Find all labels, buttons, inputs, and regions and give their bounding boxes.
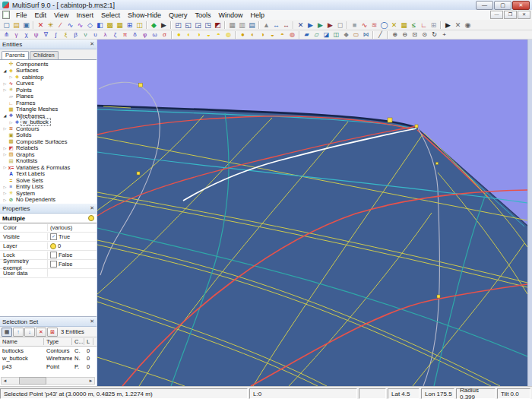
show-parents-bulb-button[interactable]: ◑ xyxy=(194,31,204,39)
tree-expander-icon[interactable]: ▷ xyxy=(8,74,14,79)
entity-tool-button-11[interactable]: λ xyxy=(100,31,110,39)
paste-button[interactable]: ▱ xyxy=(312,31,321,39)
insert-curve-button[interactable]: ∿ xyxy=(65,21,75,30)
maximize-button[interactable]: ▢ xyxy=(494,1,511,10)
tree-item-solids[interactable]: ▣Solids xyxy=(1,132,97,139)
minimize-button[interactable]: — xyxy=(476,1,493,10)
pointer-mode-button[interactable]: ▶ xyxy=(443,21,453,30)
insert-contours-button[interactable]: ▦ xyxy=(115,21,125,30)
entity-tool-button-7[interactable]: ξ xyxy=(61,31,71,39)
mdi-close-button[interactable]: ✕ xyxy=(518,11,530,19)
insert-magnet-button[interactable]: ◇ xyxy=(85,21,95,30)
checkbox-icon[interactable] xyxy=(50,252,57,258)
entity-tool-button-10[interactable]: υ xyxy=(90,31,100,39)
scroll-right-icon[interactable]: ► xyxy=(87,378,94,383)
pan-view-button[interactable]: + xyxy=(439,31,449,39)
tab-children[interactable]: Children xyxy=(30,51,59,59)
entity-tool-button-2[interactable]: γ xyxy=(11,31,21,39)
view-side-button[interactable]: ◳ xyxy=(203,21,213,30)
selection-list-view-button[interactable]: ▦ xyxy=(2,328,12,337)
tree-item-relabels[interactable]: ▷◩Relabels xyxy=(1,145,97,152)
property-value[interactable]: ✓True xyxy=(48,233,70,240)
show-parents-button[interactable]: ▶ xyxy=(306,21,315,30)
mdi-minimize-button[interactable]: — xyxy=(490,11,503,19)
column-header-name[interactable]: Name xyxy=(0,338,44,345)
tree-item-solve-sets[interactable]: =Solve Sets xyxy=(1,177,97,184)
property-value[interactable]: (various) xyxy=(48,224,72,231)
duplicate-button[interactable]: ◪ xyxy=(321,31,331,39)
insert-surface-button[interactable]: ◧ xyxy=(95,21,105,30)
select-pointer-button[interactable]: ▶ xyxy=(159,21,169,30)
entity-tool-button-6[interactable]: ʃ xyxy=(51,31,61,39)
entity-tool-button-13[interactable]: π xyxy=(120,31,130,39)
entities-panel-close-icon[interactable]: ✕ xyxy=(90,41,94,47)
tree-expander-icon[interactable]: ◢ xyxy=(2,68,8,73)
show-children-button[interactable]: ▶ xyxy=(315,21,325,30)
show-selected-bulb-button[interactable]: ◐ xyxy=(184,31,194,39)
tree-item-entity-lists[interactable]: ▷≡Entity Lists xyxy=(1,184,97,191)
flatten-button[interactable]: ▭ xyxy=(351,31,361,39)
tree-item-graphs[interactable]: ▷▧Graphs xyxy=(1,151,97,158)
yellow-point-marker[interactable] xyxy=(436,163,439,165)
tree-item-variables-formulas[interactable]: ▷x=Variables & Formulas xyxy=(1,164,97,171)
query-bubble-button[interactable]: ◻ xyxy=(335,21,345,30)
tree-item-no-dependents[interactable]: ▷⊘No Dependents xyxy=(1,197,97,204)
yellow-point-marker[interactable] xyxy=(437,295,440,298)
visibility-bulb-icon[interactable] xyxy=(88,215,94,221)
menu-item-file[interactable]: File xyxy=(12,11,31,20)
show-type-bulb-button[interactable]: ◍ xyxy=(223,31,233,39)
tree-item-w-buttock[interactable]: ▷❖w_buttock xyxy=(1,119,97,126)
insert-line-button[interactable]: ∕ xyxy=(55,21,65,30)
selection-row-w_buttock[interactable]: w_buttockWireframeN.0 xyxy=(0,355,97,363)
display-labels-button[interactable]: ▤ xyxy=(247,21,257,30)
tree-item-frames[interactable]: ∟Frames xyxy=(1,100,97,106)
view-top-button[interactable]: ◲ xyxy=(193,21,203,30)
show-relatives-button[interactable]: ▶ xyxy=(325,21,335,30)
hide-selected-button[interactable]: ✕ xyxy=(296,21,306,30)
entity-tool-button-15[interactable]: φ xyxy=(140,31,150,39)
menu-item-insert[interactable]: Insert xyxy=(72,11,97,20)
show-children-bulb-button[interactable]: ◒ xyxy=(204,31,214,39)
column-header-type[interactable]: Type xyxy=(44,338,72,345)
tree-item-triangle-meshes[interactable]: ▦Triangle Meshes xyxy=(1,106,97,113)
new-file-button[interactable]: ▢ xyxy=(2,21,11,30)
tree-expander-icon[interactable]: ▷ xyxy=(2,191,8,195)
yellow-point-marker[interactable] xyxy=(137,172,140,175)
entity-tool-button-16[interactable]: ω xyxy=(150,31,160,39)
selection-move-up-button[interactable]: ↑ xyxy=(13,328,24,337)
insert-point-button[interactable]: ✳ xyxy=(46,21,55,30)
tree-item-system[interactable]: ▷✳System xyxy=(1,190,97,197)
hide-parents-bulb-button[interactable]: ◑ xyxy=(258,31,268,39)
property-value[interactable]: 0 xyxy=(48,242,61,249)
tree-expander-icon[interactable]: ▷ xyxy=(2,152,8,157)
entity-tool-button-5[interactable]: ∇ xyxy=(41,31,51,39)
yellow-point-marker[interactable] xyxy=(388,118,392,122)
close-button[interactable]: ✕ xyxy=(512,1,530,10)
menu-item-select[interactable]: Select xyxy=(97,11,124,20)
selection-row-buttocks[interactable]: buttocksContoursC.0 xyxy=(0,347,97,355)
zoom-out-button[interactable]: ⊖ xyxy=(400,31,410,39)
properties-panel-close-icon[interactable]: ✕ xyxy=(90,205,94,211)
menu-item-help[interactable]: Help xyxy=(247,11,269,20)
tree-item-cabintop[interactable]: ▷◈cabintop xyxy=(1,74,97,81)
tree-expander-icon[interactable]: ▷ xyxy=(2,185,8,189)
render-solid-button[interactable]: ■ xyxy=(350,21,359,30)
selection-row-p43[interactable]: p43PointP.0 xyxy=(0,363,97,371)
tree-item-points[interactable]: ▷✳Points xyxy=(1,87,97,93)
check-model-button[interactable]: ✕ xyxy=(389,21,399,30)
pick-filter-button[interactable]: ✕ xyxy=(453,21,463,30)
display-grid-button[interactable]: ▦ xyxy=(227,21,237,30)
mesh-display-button[interactable]: ▦ xyxy=(399,21,409,30)
tree-expander-icon[interactable]: ▷ xyxy=(2,146,8,150)
rotate-view-button[interactable]: ↻ xyxy=(429,31,439,39)
zoom-all-button[interactable]: ⊙ xyxy=(420,31,429,39)
menu-item-edit[interactable]: Edit xyxy=(31,11,51,20)
yellow-point-marker[interactable] xyxy=(415,125,418,128)
3d-viewport[interactable] xyxy=(97,40,527,386)
angle-measure-button[interactable]: ∟ xyxy=(419,21,429,30)
tree-item-composite-surfaces[interactable]: ▩Composite Surfaces xyxy=(1,138,97,145)
view-front-button[interactable]: ◱ xyxy=(183,21,193,30)
selection-horizontal-scrollbar[interactable]: ◄ ► xyxy=(1,377,95,385)
tolerance-button[interactable]: ≤ xyxy=(409,21,419,30)
hide-children-bulb-button[interactable]: ◒ xyxy=(268,31,277,39)
